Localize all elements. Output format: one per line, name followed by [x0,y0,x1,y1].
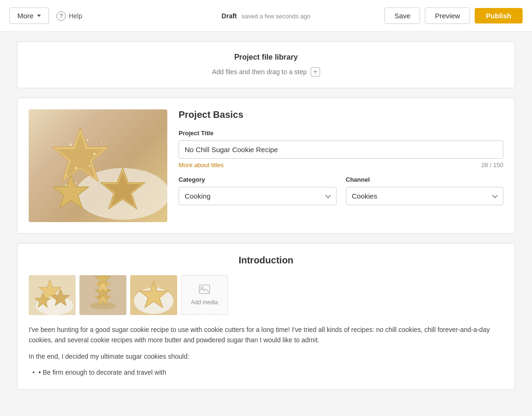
project-basics-layout: Project Basics Project Title More about … [29,109,503,222]
svg-point-18 [66,175,67,176]
project-basics-card: Project Basics Project Title More about … [17,98,515,234]
svg-point-35 [161,296,163,298]
svg-point-15 [75,183,77,185]
basics-form: Project Basics Project Title More about … [179,109,503,222]
media-thumb-2[interactable] [79,275,126,315]
intro-text: I've been hunting for a good sugar cooki… [29,324,503,378]
draft-label: Draft [221,12,237,20]
image-icon [199,285,210,296]
media-thumb-3[interactable] [130,275,177,315]
introduction-card: Introduction [17,243,515,390]
category-col: Category Cooking Baking Food & Drink [179,176,336,205]
bullet-list: • Be firm enough to decorate and travel … [29,367,503,377]
title-meta: More about titles 28 / 150 [179,162,503,169]
add-files-button[interactable]: Add files and then drag to a step + [212,67,320,77]
more-button[interactable]: More [9,8,49,24]
add-files-label: Add files and then drag to a step [212,68,307,76]
intro-paragraph-2: In the end, I decided my ultimate sugar … [29,351,503,362]
svg-point-33 [147,288,149,290]
svg-point-17 [146,170,147,171]
toolbar: More ? Help Draft saved a few seconds ag… [0,0,532,32]
svg-point-7 [75,167,77,169]
channel-select-wrapper: Cookies Cakes Breads [346,187,504,205]
svg-point-14 [65,185,67,186]
char-count: 28 / 150 [481,162,503,169]
toolbar-right: Save Preview Publish [384,8,523,24]
help-button[interactable]: ? Help [56,11,82,21]
channel-col: Channel Cookies Cakes Breads [346,176,504,205]
help-label: Help [69,12,82,20]
category-channel-row: Category Cooking Baking Food & Drink [179,176,503,205]
add-media-button[interactable]: Add media [181,275,228,315]
svg-point-11 [127,177,129,178]
image-placeholder [29,109,167,222]
category-select-wrapper: Cooking Baking Food & Drink [179,187,336,205]
svg-point-10 [115,180,117,182]
svg-point-3 [70,144,72,146]
help-icon: ? [56,11,66,21]
draft-status: saved a few seconds ago [242,13,311,20]
intro-paragraph-1: I've been hunting for a good sugar cooki… [29,324,503,346]
svg-point-5 [94,153,96,155]
svg-point-34 [157,286,159,288]
preview-button[interactable]: Preview [425,8,469,24]
toolbar-center: Draft saved a few seconds ago [221,12,310,20]
category-select[interactable]: Cooking Baking Food & Drink [179,187,336,205]
title-label: Project Title [179,130,503,137]
category-label: Category [179,176,336,183]
publish-button[interactable]: Publish [475,8,523,23]
more-about-titles-link[interactable]: More about titles [179,162,224,169]
channel-label: Channel [346,176,504,183]
svg-point-4 [86,139,88,141]
channel-select[interactable]: Cookies Cakes Breads [346,187,504,205]
media-row: Add media [29,275,503,315]
title-input[interactable] [179,140,503,159]
svg-rect-36 [199,285,210,293]
basics-section-title: Project Basics [179,109,503,120]
save-button[interactable]: Save [384,8,420,24]
svg-point-12 [132,193,134,195]
bullet-item-1: • Be firm enough to decorate and travel … [32,367,503,377]
chevron-down-icon [37,15,41,17]
media-thumb-1[interactable] [29,275,76,315]
add-media-label: Add media [191,299,218,306]
svg-point-16 [101,142,102,143]
intro-section-title: Introduction [29,255,503,266]
more-label: More [17,12,33,20]
project-image [29,109,167,222]
svg-point-6 [89,165,91,167]
file-library-title: Project file library [29,53,503,62]
toolbar-left: More ? Help [9,8,82,24]
main-content: Project file library Add files and then … [8,32,524,408]
plus-icon: + [311,67,320,77]
file-library-card: Project file library Add files and then … [17,41,515,88]
svg-point-25 [90,302,116,309]
